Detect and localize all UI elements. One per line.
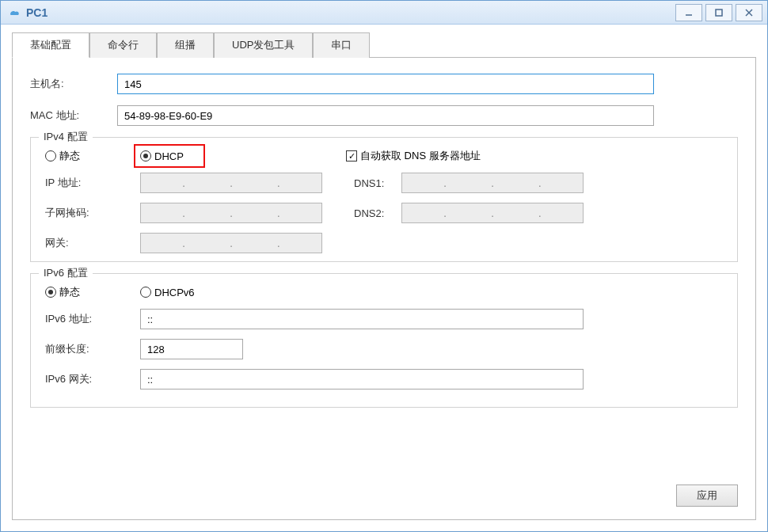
app-icon (7, 6, 21, 20)
ipv6-mode-row: 静态 DHCPv6 (45, 285, 723, 299)
ipv6-static-label: 静态 (59, 285, 80, 299)
svg-rect-1 (716, 10, 722, 16)
tab-multicast[interactable]: 组播 (157, 32, 214, 58)
ipv6-gw-input[interactable] (140, 369, 584, 390)
tab-basic[interactable]: 基础配置 (12, 32, 89, 58)
ipv4-static-label: 静态 (59, 149, 80, 163)
mask-input: ... (140, 203, 322, 223)
dns2-label: DNS2: (354, 207, 401, 219)
close-button[interactable] (736, 4, 762, 21)
hostname-input[interactable] (117, 74, 654, 94)
auto-dns-label: 自动获取 DNS 服务器地址 (360, 149, 481, 163)
window-title: PC1 (26, 6, 672, 19)
dns2-input: ... (401, 203, 584, 223)
hostname-label: 主机名: (30, 77, 117, 91)
window: PC1 基础配置 命令行 组播 UDP发包工具 串口 主机名: MAC 地址: (0, 0, 768, 532)
gw-label: 网关: (45, 236, 140, 250)
apply-button[interactable]: 应用 (676, 484, 738, 507)
ipv4-static-radio[interactable]: 静态 (45, 149, 140, 163)
ip-label: IP 地址: (45, 176, 140, 190)
dns1-input: ... (401, 173, 584, 193)
ipv4-dhcp-label: DHCP (154, 150, 184, 162)
ipv6-dhcpv6-radio[interactable]: DHCPv6 (140, 287, 195, 298)
radio-icon (140, 287, 151, 298)
ipv4-fieldset: IPv4 配置 静态 DHCP ✓ 自动获取 DNS 服务器地址 (30, 137, 738, 262)
tab-udp[interactable]: UDP发包工具 (214, 32, 313, 58)
ipv6-fieldset: IPv6 配置 静态 DHCPv6 IPv6 地址: 前 (30, 273, 738, 408)
ipv6-addr-label: IPv6 地址: (45, 312, 140, 326)
mac-label: MAC 地址: (30, 108, 117, 123)
window-buttons (672, 4, 762, 21)
ip-input: ... (140, 173, 322, 193)
radio-icon (45, 150, 56, 162)
tab-panel-basic: 主机名: MAC 地址: IPv4 配置 静态 DHCP (12, 58, 756, 520)
ipv6-prefix-label: 前缀长度: (45, 342, 140, 356)
mac-row: MAC 地址: (30, 105, 738, 126)
tab-serial[interactable]: 串口 (313, 32, 370, 58)
radio-icon (45, 287, 56, 298)
checkbox-icon: ✓ (346, 150, 357, 162)
ipv6-prefix-input[interactable] (140, 339, 243, 359)
titlebar[interactable]: PC1 (1, 1, 767, 25)
ipv6-legend: IPv6 配置 (39, 266, 93, 280)
dns1-label: DNS1: (354, 177, 401, 189)
tab-bar: 基础配置 命令行 组播 UDP发包工具 串口 (12, 32, 756, 58)
hostname-row: 主机名: (30, 74, 738, 94)
auto-dns-checkbox[interactable]: ✓ 自动获取 DNS 服务器地址 (346, 149, 481, 163)
ipv4-dhcp-radio[interactable]: DHCP (140, 150, 346, 162)
tab-cli[interactable]: 命令行 (89, 32, 157, 58)
ipv4-mode-row: 静态 DHCP ✓ 自动获取 DNS 服务器地址 (45, 149, 723, 163)
ipv6-addr-input[interactable] (140, 309, 584, 329)
ipv4-grid: IP 地址: ... DNS1: ... (45, 173, 723, 253)
ipv6-gw-label: IPv6 网关: (45, 372, 140, 386)
radio-icon (140, 150, 151, 162)
maximize-button[interactable] (705, 4, 732, 21)
ipv4-legend: IPv4 配置 (39, 130, 93, 144)
mask-label: 子网掩码: (45, 206, 140, 220)
minimize-button[interactable] (675, 4, 702, 21)
mac-input[interactable] (117, 105, 654, 126)
ipv6-dhcpv6-label: DHCPv6 (154, 287, 195, 298)
content-area: 基础配置 命令行 组播 UDP发包工具 串口 主机名: MAC 地址: IPv4… (1, 25, 767, 531)
gw-input: ... (140, 233, 322, 253)
ipv6-static-radio[interactable]: 静态 (45, 285, 140, 299)
